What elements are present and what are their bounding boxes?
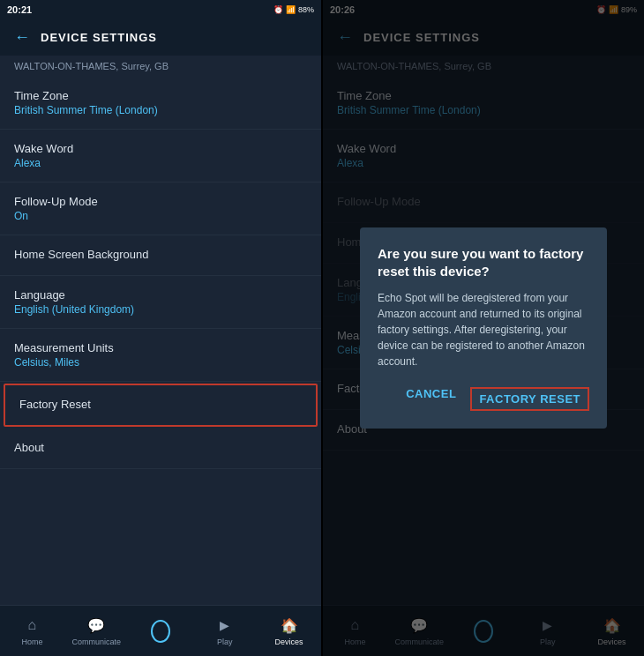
nav-devices[interactable]: 🏠 Devices bbox=[257, 615, 321, 646]
settings-item-background[interactable]: Home Screen Background bbox=[0, 235, 321, 276]
modal-buttons: CANCEL FACTORY RESET bbox=[378, 387, 589, 411]
modal-confirm-button[interactable]: FACTORY RESET bbox=[470, 387, 589, 411]
measurement-label: Measurement Units bbox=[14, 341, 307, 354]
left-back-button[interactable]: ← bbox=[14, 28, 30, 47]
right-phone: 20:26 ⏰ 📶 89% ← DEVICE SETTINGS WALTON-O… bbox=[323, 0, 644, 656]
left-bottom-nav: ⌂ Home 💬 Communicate ▶ Play 🏠 Devices bbox=[0, 605, 321, 656]
alexa-icon bbox=[151, 622, 170, 641]
left-settings-list: Time Zone British Summer Time (London) W… bbox=[0, 77, 321, 605]
followup-label: Follow-Up Mode bbox=[14, 195, 307, 208]
left-location: WALTON-ON-THAMES, Surrey, GB bbox=[0, 56, 321, 77]
settings-item-language[interactable]: Language English (United Kingdom) bbox=[0, 276, 321, 329]
play-icon: ▶ bbox=[215, 615, 235, 635]
modal-cancel-button[interactable]: CANCEL bbox=[406, 387, 456, 411]
devices-icon: 🏠 bbox=[280, 615, 299, 635]
modal-body: Echo Spot will be deregistered from your… bbox=[378, 290, 589, 369]
nav-alexa[interactable] bbox=[129, 622, 193, 641]
background-label: Home Screen Background bbox=[14, 248, 307, 261]
left-header: ← DEVICE SETTINGS bbox=[0, 19, 321, 56]
wakeword-label: Wake Word bbox=[14, 142, 307, 155]
followup-value: On bbox=[14, 210, 307, 222]
settings-item-timezone[interactable]: Time Zone British Summer Time (London) bbox=[0, 77, 321, 130]
battery-text: 88% bbox=[298, 5, 314, 14]
nav-communicate-label: Communicate bbox=[71, 637, 121, 646]
settings-item-factory-reset[interactable]: Factory Reset bbox=[4, 384, 318, 427]
left-page-title: DEVICE SETTINGS bbox=[41, 31, 157, 44]
language-value: English (United Kingdom) bbox=[14, 303, 307, 316]
nav-home-label: Home bbox=[21, 637, 42, 646]
timezone-value: British Summer Time (London) bbox=[14, 104, 307, 116]
nav-home[interactable]: ⌂ Home bbox=[0, 615, 64, 646]
left-status-bar: 20:21 ⏰ 📶 88% bbox=[0, 0, 321, 19]
wakeword-value: Alexa bbox=[14, 157, 307, 169]
factory-reset-modal-overlay: Are you sure you want to factory reset t… bbox=[323, 0, 644, 656]
home-icon: ⌂ bbox=[22, 615, 41, 635]
settings-item-measurement[interactable]: Measurement Units Celsius, Miles bbox=[0, 329, 321, 382]
about-label: About bbox=[14, 441, 307, 454]
alarm-icon: ⏰ bbox=[273, 5, 283, 14]
measurement-value: Celsius, Miles bbox=[14, 356, 307, 369]
factory-reset-modal: Are you sure you want to factory reset t… bbox=[360, 227, 607, 429]
nav-play-label: Play bbox=[217, 637, 233, 646]
settings-item-wakeword[interactable]: Wake Word Alexa bbox=[0, 130, 321, 183]
settings-item-followup[interactable]: Follow-Up Mode On bbox=[0, 183, 321, 235]
nav-devices-label: Devices bbox=[275, 637, 303, 646]
left-status-icons: ⏰ 📶 88% bbox=[273, 5, 314, 14]
timezone-label: Time Zone bbox=[14, 89, 307, 102]
nav-communicate[interactable]: 💬 Communicate bbox=[64, 615, 129, 646]
wifi-icon: 📶 bbox=[286, 5, 296, 14]
communicate-icon: 💬 bbox=[86, 615, 106, 635]
modal-title: Are you sure you want to factory reset t… bbox=[378, 245, 589, 280]
settings-item-about[interactable]: About bbox=[0, 429, 321, 469]
nav-play[interactable]: ▶ Play bbox=[192, 615, 257, 646]
language-label: Language bbox=[14, 288, 307, 302]
left-phone: 20:21 ⏰ 📶 88% ← DEVICE SETTINGS WALTON-O… bbox=[0, 0, 321, 656]
factory-reset-label: Factory Reset bbox=[19, 398, 302, 411]
left-status-time: 20:21 bbox=[7, 4, 32, 15]
